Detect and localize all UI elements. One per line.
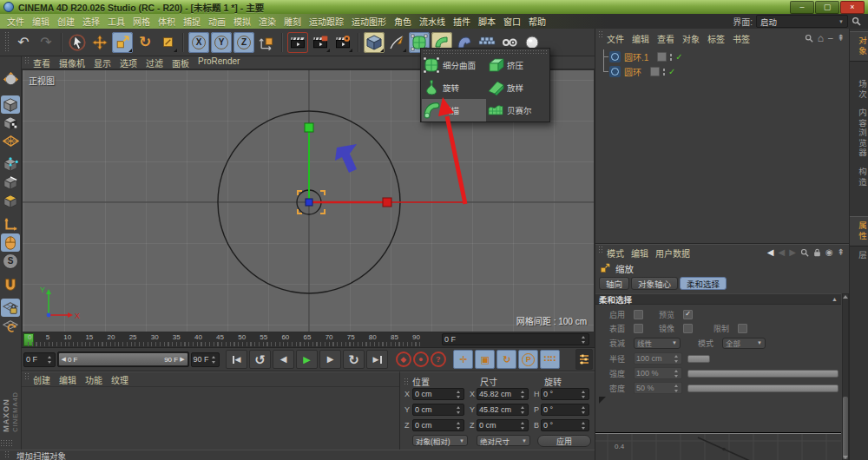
maximize-button[interactable]: ▢ <box>815 1 839 14</box>
polygons-mode-button[interactable] <box>1 192 20 210</box>
material-menu-item[interactable]: 创建 <box>33 373 50 386</box>
interface-select[interactable]: 启动 ▼ <box>756 15 848 28</box>
material-menu-item[interactable]: 功能 <box>85 373 102 386</box>
attribute-scrollbar[interactable] <box>842 293 849 460</box>
menu-item[interactable]: 雕刻 <box>284 15 301 28</box>
rotate-tool[interactable]: ↻ <box>135 32 155 53</box>
object-manager-menu-item[interactable]: 编辑 <box>632 32 649 45</box>
tab-layers[interactable]: 层 <box>850 246 868 266</box>
viewport-menu-handle[interactable] <box>24 56 30 64</box>
search-icon[interactable] <box>852 16 861 26</box>
minimize-button[interactable]: – <box>790 1 814 14</box>
menu-item[interactable]: 窗口 <box>503 15 521 28</box>
radius-field[interactable]: 100 cm <box>634 352 682 365</box>
range-end-field[interactable]: 90 F <box>191 352 220 367</box>
home-icon[interactable]: ⌂ <box>818 33 824 43</box>
limit-checkbox[interactable] <box>738 324 747 333</box>
tree-branch-icon[interactable] <box>599 64 609 79</box>
redo-button[interactable]: ↷ <box>36 32 56 53</box>
attribute-menu-item[interactable]: 编辑 <box>631 246 648 260</box>
enable-checkbox[interactable] <box>634 310 643 319</box>
render-to-picture-viewer-button[interactable] <box>310 32 331 53</box>
menu-item-subdivision-surface[interactable]: 细分曲面 <box>422 54 486 76</box>
add-primitive-cube-button[interactable] <box>364 32 385 53</box>
origin-point[interactable] <box>306 199 312 206</box>
collapse-section-icon[interactable]: ▲ <box>832 296 838 302</box>
coordinate-system-button[interactable] <box>256 32 277 53</box>
position-y-field[interactable]: 0 cm <box>412 404 464 416</box>
menu-item[interactable]: 网格 <box>133 15 150 28</box>
viewport-menu-item[interactable]: ProRender <box>198 56 240 69</box>
position-x-field[interactable]: 0 cm <box>412 388 464 400</box>
menu-item[interactable]: 编辑 <box>32 15 49 28</box>
radius-slider[interactable] <box>687 355 710 363</box>
animation-palette-button[interactable] <box>575 349 593 370</box>
expand-corner-icon[interactable] <box>599 397 606 404</box>
size-y-field[interactable]: 45.82 cm <box>477 404 529 416</box>
coordinate-mode-dropdown[interactable]: 对象(相对)▼ <box>412 435 468 446</box>
tree-branch-icon[interactable] <box>599 49 609 64</box>
tab-structure[interactable]: 构造 <box>850 163 868 192</box>
keyframe-selection-button[interactable]: ? <box>431 352 446 367</box>
timeline-scrubber[interactable]: ◀ 0 F 90 F ▶ <box>57 352 189 367</box>
viewport-menu-item[interactable]: 查看 <box>33 56 50 69</box>
menu-item-bezier[interactable]: 贝赛尔 <box>486 99 550 122</box>
attribute-manager-handle[interactable] <box>598 246 603 254</box>
visibility-dots-icon[interactable] <box>662 68 666 76</box>
x-axis-handle[interactable] <box>383 198 391 207</box>
play-backwards-button[interactable]: ↺ <box>249 350 271 369</box>
coords-drag-handle[interactable] <box>404 378 409 386</box>
tab-object-axis[interactable]: 对象轴心 <box>631 277 678 290</box>
visibility-dots-icon[interactable] <box>669 53 673 62</box>
snap-toggle-button[interactable]: S <box>1 252 20 270</box>
object-manager-menu-item[interactable]: 文件 <box>607 32 624 45</box>
lock-y-axis-button[interactable]: Y <box>211 32 232 53</box>
tab-takes[interactable]: 场次 <box>850 76 868 104</box>
render-settings-button[interactable] <box>332 32 353 53</box>
preview-checkbox[interactable]: ✓ <box>683 310 693 319</box>
rotation-h-field[interactable]: 0 ° <box>541 388 589 400</box>
viewport-menu-item[interactable]: 选项 <box>120 56 137 69</box>
autokey-button[interactable]: ● <box>413 352 429 367</box>
falloff-curve-preview[interactable]: 0.4 <box>595 432 841 460</box>
menu-item[interactable]: 帮助 <box>529 15 546 28</box>
spinner-icon[interactable] <box>47 356 53 364</box>
scroll-down-icon[interactable] <box>843 456 848 459</box>
toolbar-drag-handle[interactable] <box>4 31 10 53</box>
menu-item[interactable]: 捕捉 <box>183 15 201 28</box>
material-menu-handle[interactable] <box>24 372 30 381</box>
key-scale-toggle[interactable]: ▣ <box>475 350 495 369</box>
object-manager-handle[interactable] <box>598 30 603 39</box>
spinner-icon[interactable] <box>581 336 587 344</box>
menu-item[interactable]: 脚本 <box>478 15 496 28</box>
object-row-torus1[interactable]: 圆环.1 ✓ <box>599 49 846 64</box>
material-menu-item[interactable]: 纹理 <box>111 373 128 386</box>
layer-toggle[interactable] <box>650 67 660 76</box>
points-mode-button[interactable] <box>1 155 20 174</box>
search-icon[interactable] <box>805 34 813 43</box>
target-icon[interactable]: ◉ <box>825 248 833 257</box>
lock-icon[interactable] <box>813 248 821 257</box>
tab-soft-selection[interactable]: 柔和选择 <box>680 277 727 290</box>
key-rotation-toggle[interactable]: ↻ <box>496 350 516 369</box>
goto-start-button[interactable]: ◀ <box>226 350 247 369</box>
record-keyframe-button[interactable]: ◆ <box>396 352 411 367</box>
expand-panel-icon[interactable]: ⇞ <box>838 248 845 257</box>
status-drag-handle[interactable] <box>4 450 10 457</box>
play-button[interactable]: ▶ <box>296 350 318 369</box>
object-row-torus[interactable]: 圆环 ✓ <box>599 64 846 79</box>
menu-item[interactable]: 流水线 <box>419 15 445 28</box>
density-slider[interactable] <box>687 384 838 392</box>
scroll-up-icon[interactable] <box>843 295 848 299</box>
model-mode-button[interactable] <box>1 95 20 114</box>
y-axis-handle[interactable] <box>305 123 313 132</box>
magnet-snap-button[interactable] <box>1 275 20 293</box>
last-used-tool[interactable] <box>157 32 178 53</box>
workplane-mode-button[interactable] <box>1 132 20 150</box>
size-x-field[interactable]: 45.82 cm <box>477 388 529 400</box>
search-icon[interactable] <box>800 248 809 257</box>
size-mode-dropdown[interactable]: 绝对尺寸▼ <box>477 435 530 446</box>
mirror-checkbox[interactable] <box>683 324 693 333</box>
workplane-reset-button[interactable] <box>1 317 20 335</box>
viewport-menu-item[interactable]: 面板 <box>172 56 189 69</box>
